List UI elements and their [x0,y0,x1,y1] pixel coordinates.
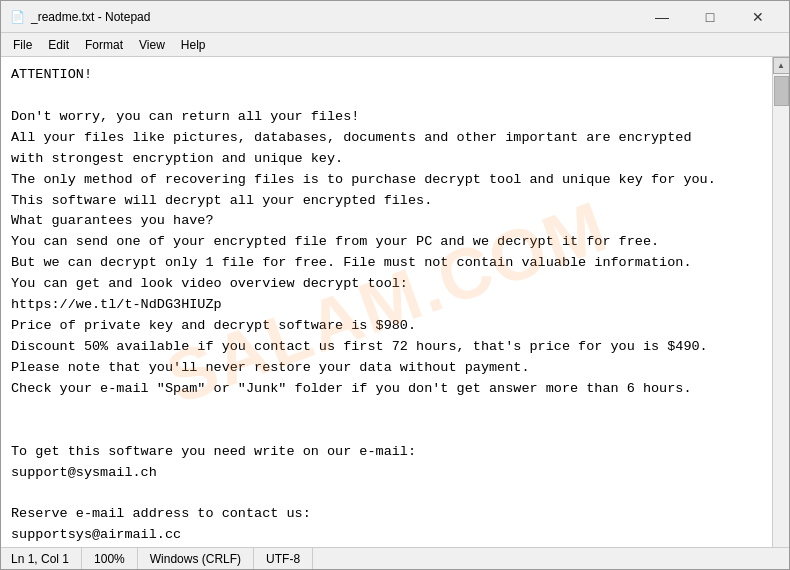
close-button[interactable]: ✕ [735,2,781,32]
line-ending: Windows (CRLF) [138,548,254,569]
notepad-window: 📄 _readme.txt - Notepad — □ ✕ File Edit … [0,0,790,570]
editor-content: ATTENTION! Don't worry, you can return a… [11,65,762,547]
title-bar-controls: — □ ✕ [639,2,781,32]
menu-bar: File Edit Format View Help [1,33,789,57]
cursor-position: Ln 1, Col 1 [11,548,82,569]
menu-help[interactable]: Help [173,34,214,56]
menu-file[interactable]: File [5,34,40,56]
text-editor[interactable]: SALAM.COM ATTENTION! Don't worry, you ca… [1,57,772,547]
menu-view[interactable]: View [131,34,173,56]
title-bar-text: _readme.txt - Notepad [31,10,639,24]
encoding: UTF-8 [254,548,313,569]
menu-edit[interactable]: Edit [40,34,77,56]
maximize-button[interactable]: □ [687,2,733,32]
scroll-thumb[interactable] [774,76,789,106]
content-area: SALAM.COM ATTENTION! Don't worry, you ca… [1,57,789,547]
zoom-level: 100% [82,548,138,569]
status-bar: Ln 1, Col 1 100% Windows (CRLF) UTF-8 [1,547,789,569]
title-bar: 📄 _readme.txt - Notepad — □ ✕ [1,1,789,33]
scroll-up-button[interactable]: ▲ [773,57,790,74]
app-icon: 📄 [9,9,25,25]
minimize-button[interactable]: — [639,2,685,32]
scrollbar[interactable]: ▲ [772,57,789,547]
menu-format[interactable]: Format [77,34,131,56]
